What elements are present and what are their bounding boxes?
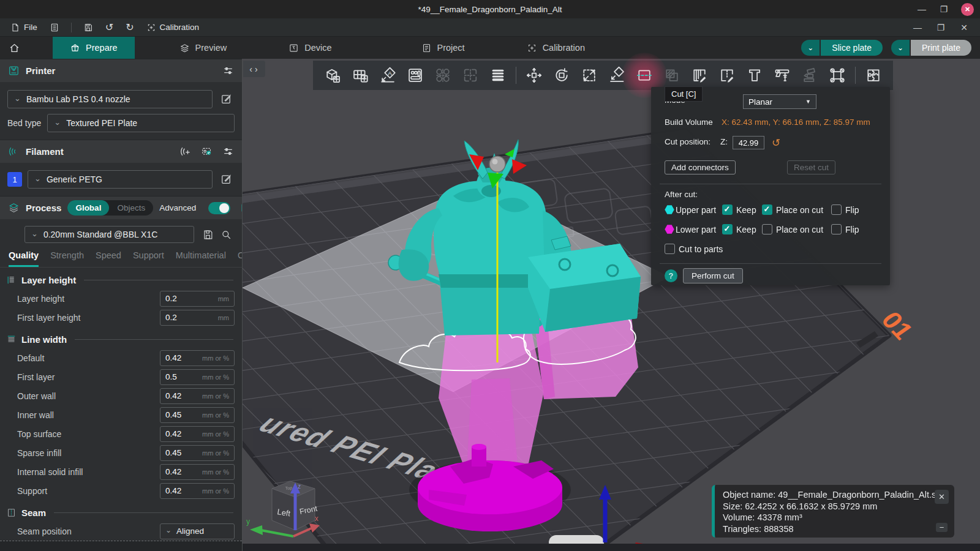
filament-slot-badge[interactable]: 1 — [7, 172, 22, 187]
edit-filament-button[interactable] — [217, 171, 235, 188]
filament-preset-select[interactable]: ⌄ Generic PETG — [28, 170, 213, 189]
advanced-toggle[interactable] — [208, 202, 230, 214]
perform-cut-button[interactable]: Perform cut — [683, 268, 743, 283]
line-width-internal-solid-input[interactable]: 0.42 mm or % — [160, 464, 235, 480]
printer-settings-icon[interactable] — [222, 65, 234, 77]
support-painting-icon[interactable] — [690, 66, 709, 85]
slice-plate-button[interactable]: ⌄ Slice plate — [801, 40, 883, 56]
lower-flip-label: Flip — [845, 225, 859, 234]
app-close-button[interactable]: ✕ — [959, 23, 969, 32]
cut-icon[interactable] — [635, 66, 654, 85]
cut-to-parts-checkbox[interactable] — [665, 244, 675, 254]
printer-section-header: Printer — [0, 59, 242, 82]
add-plate-icon[interactable] — [350, 66, 370, 85]
tab-project[interactable]: Project — [404, 37, 482, 59]
scope-objects-segment[interactable]: Objects — [109, 200, 153, 216]
setting-label: Sparse infill — [17, 448, 160, 458]
calibration-icon — [146, 23, 156, 32]
bed-type-select[interactable]: ⌄ Textured PEI Plate — [47, 114, 235, 132]
tab-strength[interactable]: Strength — [50, 250, 84, 267]
tab-multimaterial[interactable]: Multimaterial — [176, 250, 226, 267]
ams-icon[interactable] — [201, 146, 213, 157]
seam-painting-icon[interactable] — [717, 66, 737, 85]
tab-calibration[interactable]: Calibration — [510, 37, 602, 59]
filament-settings-icon[interactable] — [222, 146, 234, 157]
setting-row: First layer height 0.2 mm — [0, 308, 242, 327]
print-dropdown-chevron-icon[interactable]: ⌄ — [891, 40, 910, 56]
line-width-outer-wall-input[interactable]: 0.42 mm or % — [160, 388, 235, 404]
tab-support[interactable]: Support — [133, 250, 164, 267]
collapse-sidebar-button[interactable]: ‹ › — [243, 61, 265, 77]
lower-keep-checkbox[interactable] — [722, 224, 733, 234]
printer-preset-select[interactable]: ⌄ Bambu Lab P1S 0.4 nozzle — [7, 90, 213, 108]
tab-prepare[interactable]: Prepare — [53, 37, 135, 59]
text-shape-icon[interactable] — [745, 66, 764, 85]
redo-button[interactable]: ↻ — [121, 18, 138, 36]
print-plate-button[interactable]: ⌄ Print plate — [891, 40, 971, 56]
upper-flip-label: Flip — [845, 205, 859, 215]
reset-position-icon[interactable]: ↺ — [772, 137, 780, 149]
process-scope-toggle[interactable]: Global Objects — [67, 200, 153, 216]
scale-icon[interactable] — [579, 66, 599, 85]
setting-label: Inner wall — [17, 410, 160, 420]
lower-flip-checkbox[interactable] — [831, 224, 842, 234]
line-width-inner-wall-input[interactable]: 0.45 mm or % — [160, 407, 235, 423]
variable-layer-height-icon[interactable] — [488, 66, 508, 85]
cut-position-input[interactable]: 42.99 — [733, 136, 764, 149]
tab-speed[interactable]: Speed — [96, 250, 121, 267]
file-menu[interactable]: File — [6, 18, 42, 36]
rotate-icon[interactable] — [552, 66, 571, 85]
tab-device[interactable]: Device — [271, 37, 349, 59]
save-button[interactable] — [79, 18, 97, 36]
setting-value: 0.45 — [165, 410, 202, 419]
assembly-icon[interactable] — [827, 66, 847, 85]
upper-keep-checkbox[interactable] — [722, 204, 733, 215]
slice-dropdown-chevron-icon[interactable]: ⌄ — [801, 40, 820, 56]
info-minimize-button[interactable]: − — [936, 523, 948, 532]
tab-others[interactable]: O... — [238, 250, 243, 267]
os-close-button[interactable]: ✕ — [961, 3, 974, 16]
sidebar-resize-handle[interactable] — [0, 541, 242, 551]
add-connectors-button[interactable]: Add connectors — [665, 160, 736, 174]
move-icon[interactable] — [524, 66, 544, 85]
lower-place-on-cut-checkbox[interactable] — [762, 224, 772, 234]
line-width-sparse-infill-input[interactable]: 0.45 mm or % — [160, 445, 235, 461]
line-width-support-input[interactable]: 0.42 mm or % — [160, 483, 235, 499]
process-preset-select[interactable]: ⌄ 0.20mm Standard @BBL X1C — [24, 226, 194, 243]
upper-place-on-cut-checkbox[interactable] — [762, 204, 772, 215]
plate-slot-marker — [838, 381, 860, 399]
info-close-button[interactable]: ✕ — [935, 490, 949, 504]
help-icon[interactable]: ? — [665, 269, 677, 282]
layer-height-input[interactable]: 0.2 mm — [160, 291, 235, 307]
app-maximize-button[interactable]: ❐ — [936, 23, 946, 32]
add-filament-icon[interactable] — [179, 146, 191, 157]
tab-quality[interactable]: Quality — [9, 250, 39, 267]
save-preset-button[interactable] — [199, 226, 216, 243]
edit-printer-button[interactable] — [217, 91, 235, 108]
cut-mode-select[interactable]: Planar ▼ — [743, 94, 816, 109]
upper-flip-checkbox[interactable] — [831, 204, 842, 215]
line-width-first-layer-input[interactable]: 0.5 mm or % — [160, 369, 235, 385]
tab-preview[interactable]: Preview — [162, 37, 244, 59]
calibration-menu[interactable]: Calibration — [142, 18, 204, 36]
undo-button[interactable]: ↺ — [101, 18, 118, 36]
search-preset-button[interactable] — [217, 226, 235, 243]
home-button[interactable] — [0, 37, 28, 59]
plugin-icon[interactable] — [864, 66, 883, 85]
setting-row: Layer height 0.2 mm — [0, 289, 242, 308]
line-width-default-input[interactable]: 0.42 mm or % — [160, 350, 235, 366]
seam-position-select[interactable]: ⌄ Aligned — [160, 523, 235, 539]
os-minimize-button[interactable]: — — [917, 4, 927, 14]
notes-button[interactable] — [45, 18, 64, 36]
arrange-icon[interactable] — [405, 66, 425, 85]
measure-icon[interactable] — [772, 66, 792, 85]
lower-place-label: Place on cut — [776, 225, 831, 234]
auto-orient-icon[interactable]: A — [378, 66, 398, 85]
first-layer-height-input[interactable]: 0.2 mm — [160, 310, 235, 326]
line-width-top-surface-input[interactable]: 0.42 mm or % — [160, 426, 235, 442]
add-object-icon[interactable] — [323, 66, 342, 85]
scope-global-segment[interactable]: Global — [67, 200, 109, 216]
os-maximize-button[interactable]: ❐ — [939, 4, 949, 14]
reset-cut-button[interactable]: Reset cut — [787, 160, 835, 174]
app-minimize-button[interactable]: — — [913, 23, 922, 32]
